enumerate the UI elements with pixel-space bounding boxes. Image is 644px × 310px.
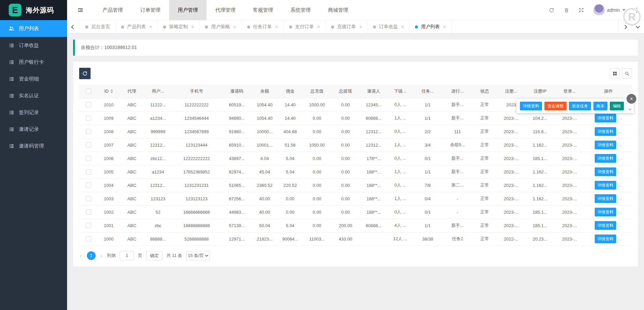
row-checkbox[interactable] [86, 129, 91, 134]
select-all-checkbox[interactable] [86, 89, 91, 94]
tab-close-icon[interactable]: × [443, 24, 446, 30]
tab-close-icon[interactable]: × [275, 24, 278, 30]
detail-button[interactable]: 详情资料 [595, 154, 616, 163]
more-actions-icon[interactable]: ... [618, 156, 622, 161]
tabs-scroll-left[interactable] [67, 20, 80, 33]
popup-close-button[interactable]: × [627, 94, 636, 104]
detail-button[interactable]: 详情资料 [595, 181, 616, 190]
avatar[interactable] [593, 4, 605, 16]
popup-action-button[interactable]: 资金调整 [544, 102, 567, 110]
goto-page-input[interactable] [120, 251, 134, 260]
tab-close-icon[interactable]: × [317, 24, 320, 30]
top-nav-item[interactable]: 系统管理 [282, 0, 319, 20]
row-checkbox[interactable] [86, 223, 91, 228]
sidebar-item[interactable]: 用户银行卡 [0, 54, 67, 70]
page-size-select[interactable]: 15 条/页 [186, 251, 210, 260]
more-actions-icon[interactable]: ... [618, 129, 622, 134]
tab-item[interactable]: 策略定制× [158, 20, 200, 33]
tab-item[interactable]: 订单收益× [368, 20, 410, 33]
tab-close-icon[interactable]: × [233, 24, 236, 30]
tab-item[interactable]: 用户列表× [410, 20, 451, 33]
tab-dot-icon [373, 25, 376, 29]
tab-item[interactable]: 用户策略× [200, 20, 241, 33]
collapse-menu-icon[interactable] [67, 0, 94, 20]
tab-close-icon[interactable]: × [401, 24, 404, 30]
row-actions-cell: 详情资料... [585, 192, 632, 205]
top-nav-item[interactable]: 用户管理 [169, 0, 207, 20]
more-menu-icon[interactable] [635, 6, 639, 14]
sidebar-item[interactable]: 实名认证 [0, 87, 67, 104]
column-filter-button[interactable] [610, 68, 620, 79]
sidebar-item[interactable]: 资金明细 [0, 70, 67, 87]
more-actions-icon[interactable]: ... [618, 142, 622, 147]
tab-item[interactable]: 产品列表× [116, 20, 158, 33]
row-select-cell [79, 125, 98, 138]
top-nav-item[interactable]: 常规管理 [244, 0, 282, 20]
tab-item[interactable]: 充值订单× [326, 20, 368, 33]
user-menu[interactable]: admin [593, 4, 626, 16]
more-actions-icon[interactable]: ... [618, 183, 622, 188]
popup-action-button[interactable]: 账本 [593, 102, 607, 110]
tabs-scroll-right[interactable] [619, 20, 631, 33]
detail-button[interactable]: 详情资料 [595, 167, 616, 176]
top-nav-item[interactable]: 产品管理 [94, 0, 131, 20]
table-cell: 0.00 [303, 178, 331, 192]
sidebar-item[interactable]: 邀请记录 [0, 121, 67, 138]
detail-button[interactable]: 详情资料 [595, 141, 616, 149]
detail-button[interactable]: 详情资料 [595, 208, 616, 216]
sidebar-item[interactable]: 签到记录 [0, 104, 67, 121]
row-checkbox[interactable] [86, 102, 91, 107]
fullscreen-icon[interactable] [579, 7, 584, 13]
row-checkbox[interactable] [86, 236, 91, 242]
table-refresh-button[interactable] [79, 68, 91, 79]
row-checkbox[interactable] [86, 183, 91, 188]
search-button[interactable] [622, 68, 632, 79]
detail-button[interactable]: 详情资料 [595, 194, 616, 203]
table-cell: 60519... [221, 98, 252, 111]
top-nav-item[interactable]: 商城管理 [319, 0, 357, 20]
sidebar-item[interactable]: 订单收益 [0, 37, 67, 54]
detail-button[interactable]: 详情资料 [595, 114, 616, 122]
prev-page-button[interactable]: ‹ [79, 252, 83, 259]
sidebar-item[interactable]: 用户列表 [0, 20, 67, 37]
tab-close-icon[interactable]: × [149, 24, 152, 30]
sidebar-item[interactable]: 邀请码管理 [0, 138, 67, 154]
current-page[interactable]: 1 [87, 251, 96, 260]
top-nav-item[interactable]: 订单管理 [131, 0, 169, 20]
detail-button[interactable]: 详情资料 [595, 127, 616, 136]
trash-icon[interactable] [564, 7, 569, 13]
row-checkbox[interactable] [86, 142, 91, 148]
row-checkbox[interactable] [86, 209, 91, 215]
row-checkbox[interactable] [86, 115, 91, 121]
refresh-icon[interactable] [549, 7, 554, 13]
row-actions-cell: 详情资料... [585, 138, 632, 152]
confirm-button[interactable]: 确定 [146, 251, 162, 260]
more-actions-icon[interactable]: ... [618, 115, 622, 120]
more-actions-icon[interactable]: ... [618, 169, 622, 174]
more-actions-icon[interactable]: ... [618, 236, 622, 241]
tab-close-icon[interactable]: × [191, 24, 194, 30]
table-cell: 14.40 [277, 111, 303, 125]
top-nav-item[interactable]: 代理管理 [207, 0, 244, 20]
table-row: 1009ABCa1234...123454644494890...1054.40… [79, 111, 632, 125]
row-checkbox[interactable] [86, 196, 91, 201]
next-page-button[interactable]: › [100, 252, 103, 259]
row-checkbox[interactable] [86, 156, 91, 161]
more-actions-icon[interactable]: ... [618, 196, 622, 201]
tab-item[interactable]: 后台首页 [80, 20, 116, 33]
more-actions-icon[interactable]: ... [618, 223, 622, 228]
tab-close-icon[interactable]: × [359, 24, 362, 30]
table-cell: 50.04 [252, 219, 277, 232]
popup-action-button[interactable]: 编辑 [610, 102, 624, 110]
popup-action-button[interactable]: 详情资料 [520, 102, 542, 110]
tabs-dropdown[interactable] [631, 20, 644, 33]
detail-button[interactable]: 详情资料 [595, 235, 616, 243]
row-checkbox[interactable] [86, 169, 91, 174]
more-actions-icon[interactable]: ... [618, 209, 622, 214]
table-cell: 1231231231 [172, 178, 221, 192]
popup-action-button[interactable]: 派发任务 [569, 102, 591, 110]
tab-item[interactable]: 任务订单× [242, 20, 284, 33]
detail-button[interactable]: 详情资料 [595, 221, 616, 230]
sort-icon[interactable] [110, 89, 113, 93]
tab-item[interactable]: 支付订单× [284, 20, 326, 33]
